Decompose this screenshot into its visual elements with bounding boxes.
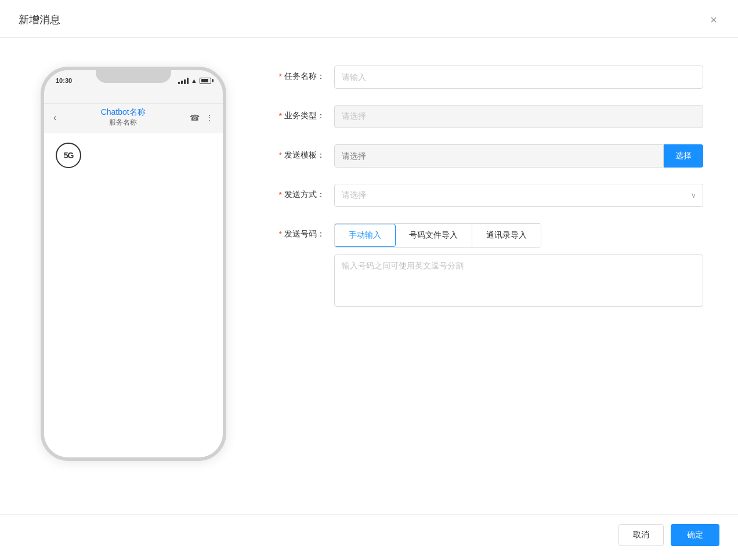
phone-call-icon: ☎ [190, 113, 200, 122]
phone-chat-info: Chatbot名称 服务名称 [101, 107, 146, 128]
phone-status-bar: 10:30 ▲ [44, 70, 223, 104]
back-icon: ‹ [53, 112, 56, 123]
send-method-wrapper: 请选择 ∨ [334, 184, 703, 207]
tab-contacts-import[interactable]: 通讯录导入 [472, 224, 541, 247]
required-star-4: * [279, 190, 282, 199]
send-number-row: * 发送号码： 手动输入 号码文件导入 通讯录导入 [278, 223, 703, 307]
template-label: * 发送模板： [278, 144, 325, 161]
dialog-body: 10:30 ▲ [0, 38, 738, 514]
send-method-row: * 发送方式： 请选择 ∨ [278, 184, 703, 207]
template-select-button[interactable]: 选择 [664, 144, 703, 168]
battery-icon [200, 78, 211, 84]
dialog-footer: 取消 确定 [0, 514, 738, 560]
send-method-label: * 发送方式： [278, 184, 325, 200]
tab-manual-input[interactable]: 手动输入 [334, 224, 396, 247]
phone-number-textarea[interactable] [334, 254, 703, 307]
biz-type-select-wrapper: 请选择 [334, 105, 703, 128]
biz-type-select[interactable]: 请选择 [334, 105, 703, 128]
more-icon: ⋮ [205, 113, 214, 122]
biz-type-label: * 业务类型： [278, 105, 325, 121]
phone-status-icons: ▲ [178, 77, 211, 84]
template-row: * 发送模板： 选择 [278, 144, 703, 168]
phone-mockup: 10:30 ▲ [41, 67, 226, 461]
tab-file-import[interactable]: 号码文件导入 [395, 224, 472, 247]
required-star-2: * [279, 111, 282, 121]
wifi-icon: ▲ [191, 77, 197, 84]
send-number-tabs: 手动输入 号码文件导入 通讯录导入 [334, 223, 541, 248]
phone-section: 10:30 ▲ [35, 61, 232, 491]
phone-chat-actions: ☎ ⋮ [190, 113, 214, 122]
required-star-3: * [279, 151, 282, 160]
phone-notch [96, 70, 171, 83]
signal-icon [178, 77, 189, 84]
phone-chat-header: ‹ Chatbot名称 服务名称 ☎ ⋮ [44, 104, 223, 133]
cancel-button[interactable]: 取消 [618, 524, 664, 546]
chatbot-name: Chatbot名称 [101, 107, 146, 118]
biz-type-row: * 业务类型： 请选择 [278, 105, 703, 128]
required-star: * [279, 72, 282, 81]
send-method-select[interactable]: 请选择 [334, 184, 703, 207]
form-section: * 任务名称： * 业务类型： 请选择 [278, 61, 703, 491]
service-name: 服务名称 [101, 118, 146, 128]
phone-number-section: 手动输入 号码文件导入 通讯录导入 [334, 223, 703, 307]
required-star-5: * [279, 230, 282, 239]
task-name-input[interactable] [334, 66, 703, 89]
dialog-header: 新增消息 × [0, 0, 738, 38]
task-name-row: * 任务名称： [278, 66, 703, 89]
phone-time: 10:30 [56, 77, 72, 84]
5g-badge: 5G [56, 143, 81, 168]
confirm-button[interactable]: 确定 [671, 524, 719, 546]
template-input-group: 选择 [334, 144, 703, 168]
template-input[interactable] [334, 144, 664, 168]
close-button[interactable]: × [708, 12, 719, 28]
dialog-title: 新增消息 [19, 13, 60, 27]
phone-body: 5G [44, 133, 223, 457]
send-number-label: * 发送号码： [278, 223, 325, 239]
new-message-dialog: 新增消息 × 10:30 ▲ [0, 0, 738, 560]
task-name-label: * 任务名称： [278, 66, 325, 82]
